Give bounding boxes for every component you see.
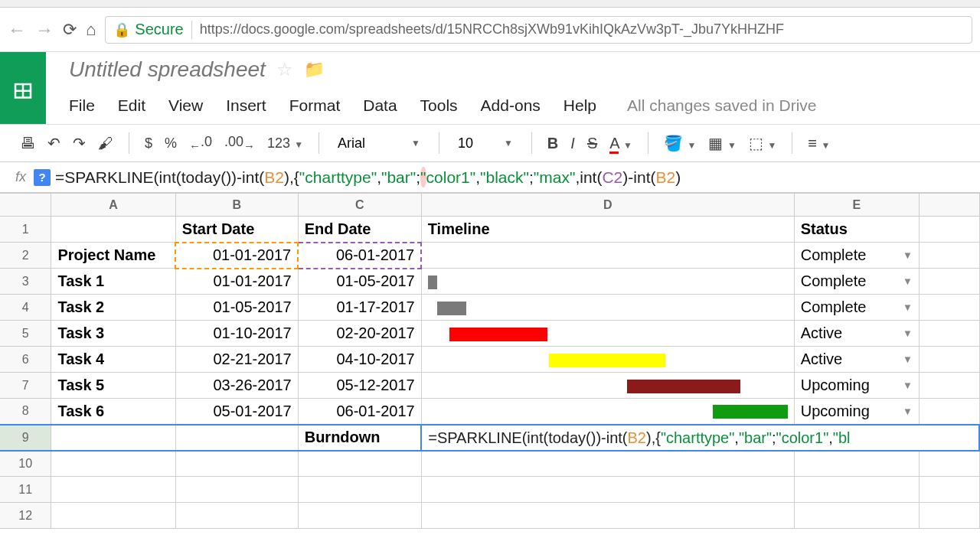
- font-select[interactable]: Arial▼: [330, 132, 428, 155]
- cell-b12[interactable]: [175, 503, 298, 529]
- number-format-button[interactable]: 123 ▼: [263, 132, 308, 155]
- cell-e3[interactable]: Complete▼: [794, 269, 919, 295]
- currency-button[interactable]: $: [140, 132, 157, 155]
- cell-f10[interactable]: [919, 451, 979, 477]
- cell-a8[interactable]: Task 6: [51, 399, 175, 425]
- formula-help-badge[interactable]: ?: [34, 169, 51, 186]
- cell-a5[interactable]: Task 3: [51, 321, 175, 347]
- menu-addons[interactable]: Add-ons: [481, 96, 541, 115]
- cell-d2[interactable]: [421, 243, 794, 269]
- strike-button[interactable]: S: [583, 132, 602, 155]
- paint-format-icon[interactable]: 🖌: [93, 132, 118, 155]
- cell-c10[interactable]: [298, 451, 421, 477]
- cell-d4[interactable]: [421, 295, 794, 321]
- redo-icon[interactable]: ↷: [68, 131, 90, 155]
- cell-d7[interactable]: [421, 373, 794, 399]
- cell-c9[interactable]: Burndown: [298, 425, 421, 451]
- chevron-down-icon[interactable]: ▼: [903, 249, 913, 261]
- cell-a3[interactable]: Task 1: [51, 269, 175, 295]
- cell-e6[interactable]: Active▼: [794, 347, 919, 373]
- cell-c11[interactable]: [298, 477, 421, 503]
- cell-c12[interactable]: [298, 503, 421, 529]
- reload-button[interactable]: ⟳: [63, 20, 77, 40]
- formula-bar[interactable]: fx ? =SPARKLINE(int(today())-int(B2),{"c…: [0, 162, 980, 193]
- cell-c3[interactable]: 01-05-2017: [298, 269, 421, 295]
- cell-f12[interactable]: [919, 503, 979, 529]
- cell-c2[interactable]: 06-01-2017: [298, 243, 421, 269]
- cell-e7[interactable]: Upcoming▼: [794, 373, 919, 399]
- cell-a12[interactable]: [51, 503, 175, 529]
- increase-decimal-button[interactable]: .00→: [220, 131, 260, 155]
- cell-c8[interactable]: 06-01-2017: [298, 399, 421, 425]
- merge-button[interactable]: ⬚ ▼: [744, 131, 781, 155]
- cell-c7[interactable]: 05-12-2017: [298, 373, 421, 399]
- cell-d6[interactable]: [421, 347, 794, 373]
- menu-format[interactable]: Format: [289, 96, 341, 115]
- cell-b7[interactable]: 03-26-2017: [175, 373, 298, 399]
- cell-f1[interactable]: [919, 217, 979, 243]
- text-color-button[interactable]: A ▼: [605, 132, 637, 155]
- chevron-down-icon[interactable]: ▼: [903, 406, 913, 417]
- sheets-logo[interactable]: [0, 52, 46, 124]
- chevron-down-icon[interactable]: ▼: [903, 302, 913, 313]
- row-header-7[interactable]: 7: [0, 373, 51, 399]
- col-header-c[interactable]: C: [298, 194, 421, 217]
- italic-button[interactable]: I: [566, 132, 580, 155]
- cell-e12[interactable]: [794, 503, 919, 529]
- menu-view[interactable]: View: [168, 96, 203, 115]
- row-header-4[interactable]: 4: [0, 295, 51, 321]
- cell-e8[interactable]: Upcoming▼: [794, 399, 919, 425]
- formula-content[interactable]: =SPARKLINE(int(today())-int(B2),{"chartt…: [55, 168, 681, 187]
- back-button[interactable]: ←: [8, 19, 26, 41]
- cell-e1[interactable]: Status: [794, 217, 919, 243]
- col-header-d[interactable]: D: [421, 194, 794, 217]
- cell-f3[interactable]: [919, 269, 979, 295]
- row-header-8[interactable]: 8: [0, 399, 51, 425]
- cell-b6[interactable]: 02-21-2017: [175, 347, 298, 373]
- cell-a11[interactable]: [51, 477, 175, 503]
- row-header-9[interactable]: 9: [0, 425, 51, 451]
- undo-icon[interactable]: ↶: [43, 131, 65, 155]
- chevron-down-icon[interactable]: ▼: [903, 354, 913, 365]
- fill-color-button[interactable]: 🪣 ▼: [659, 131, 701, 155]
- cell-f7[interactable]: [919, 373, 979, 399]
- col-header-e[interactable]: E: [794, 194, 919, 217]
- chevron-down-icon[interactable]: ▼: [903, 380, 913, 391]
- cell-a1[interactable]: [51, 217, 175, 243]
- cell-f8[interactable]: [919, 399, 979, 425]
- cell-a10[interactable]: [51, 451, 175, 477]
- chevron-down-icon[interactable]: ▼: [903, 328, 913, 339]
- address-bar[interactable]: 🔒 Secure https://docs.google.com/spreads…: [105, 16, 972, 44]
- cell-a7[interactable]: Task 5: [51, 373, 175, 399]
- row-header-10[interactable]: 10: [0, 451, 51, 477]
- cell-b1[interactable]: Start Date: [175, 217, 298, 243]
- cell-b11[interactable]: [175, 477, 298, 503]
- menu-data[interactable]: Data: [363, 96, 397, 115]
- cell-f6[interactable]: [919, 347, 979, 373]
- cell-a2[interactable]: Project Name: [51, 243, 175, 269]
- menu-help[interactable]: Help: [564, 96, 596, 115]
- folder-icon[interactable]: 📁: [304, 60, 325, 80]
- col-header-f[interactable]: [919, 194, 979, 217]
- font-size-select[interactable]: 10▼: [450, 132, 521, 155]
- cell-f11[interactable]: [919, 477, 979, 503]
- row-header-1[interactable]: 1: [0, 217, 51, 243]
- cell-c1[interactable]: End Date: [298, 217, 421, 243]
- row-header-2[interactable]: 2: [0, 243, 51, 269]
- cell-b10[interactable]: [175, 451, 298, 477]
- cell-b3[interactable]: 01-01-2017: [175, 269, 298, 295]
- cell-c4[interactable]: 01-17-2017: [298, 295, 421, 321]
- cell-e4[interactable]: Complete▼: [794, 295, 919, 321]
- cell-c6[interactable]: 04-10-2017: [298, 347, 421, 373]
- row-header-12[interactable]: 12: [0, 503, 51, 529]
- row-header-5[interactable]: 5: [0, 321, 51, 347]
- cell-c5[interactable]: 02-20-2017: [298, 321, 421, 347]
- home-button[interactable]: ⌂: [86, 20, 96, 40]
- cell-d11[interactable]: [421, 477, 794, 503]
- forward-button[interactable]: →: [35, 19, 54, 41]
- percent-button[interactable]: %: [160, 132, 181, 155]
- cell-b8[interactable]: 05-01-2017: [175, 399, 298, 425]
- col-header-b[interactable]: B: [175, 194, 298, 217]
- menu-insert[interactable]: Insert: [226, 96, 266, 115]
- menu-edit[interactable]: Edit: [118, 96, 145, 115]
